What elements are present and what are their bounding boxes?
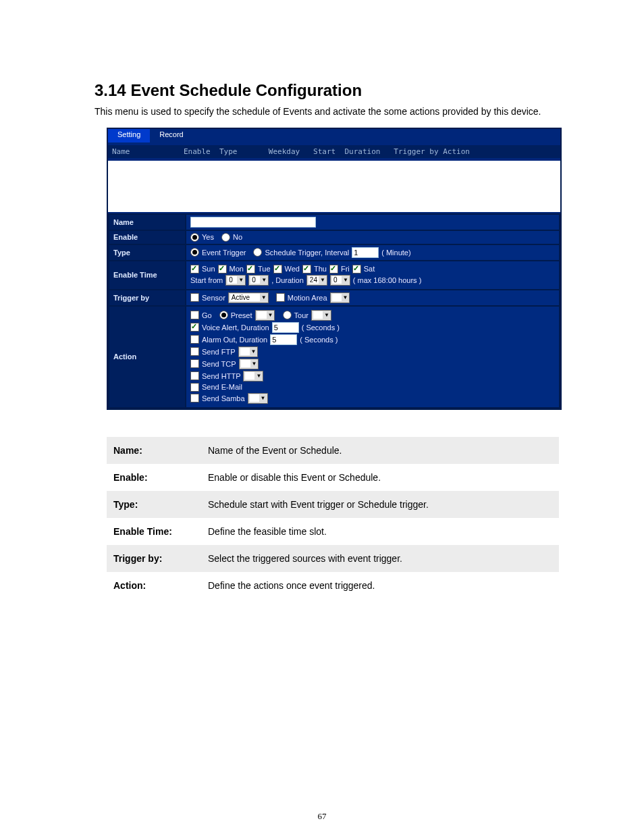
action-preset-radio[interactable] [219, 311, 228, 319]
definition-row: Trigger by:Select the triggered sources … [107, 545, 559, 572]
chevron-down-icon: ▼ [268, 312, 273, 318]
definition-key: Trigger by: [107, 545, 201, 572]
config-form: Name Enable Yes No [108, 213, 560, 409]
dur-min-select[interactable]: 0▼ [330, 275, 350, 286]
col-enable: Enable [184, 147, 211, 156]
duration-hint: ( max 168:00 hours ) [353, 276, 422, 284]
action-tcp-checkbox[interactable] [190, 359, 199, 368]
day-tue-label: Tue [258, 265, 271, 273]
definition-key: Enable Time: [107, 518, 201, 545]
type-schedule-radio[interactable] [253, 248, 262, 257]
trigger-sensor-select[interactable]: Active▼ [228, 292, 269, 303]
chevron-down-icon: ▼ [238, 277, 244, 283]
action-tour-label: Tour [294, 311, 308, 319]
action-http-select[interactable]: ▼ [243, 371, 263, 382]
action-email-label: Send E-Mail [202, 383, 242, 391]
trigger-motion-select[interactable]: ▼ [330, 292, 350, 303]
col-duration: Duration [344, 147, 380, 156]
day-tue-checkbox[interactable] [246, 265, 255, 273]
config-panel: Setting Record Name Enable Type Weekday … [107, 128, 562, 410]
chevron-down-icon: ▼ [324, 312, 329, 318]
action-tour-select[interactable]: ▼ [311, 310, 331, 321]
action-email-checkbox[interactable] [190, 383, 199, 392]
page-number: 67 [0, 811, 644, 822]
label-enable: Enable [109, 230, 186, 244]
section-heading: 3.14 Event Schedule Configuration [95, 81, 549, 100]
label-action: Action [109, 306, 186, 408]
definition-key: Action: [107, 572, 201, 599]
chevron-down-icon: ▼ [261, 395, 266, 401]
day-thu-checkbox[interactable] [302, 265, 311, 273]
label-triggerby: Trigger by [109, 290, 186, 306]
action-samba-select[interactable]: ▼ [248, 393, 268, 404]
day-fri-label: Fri [341, 265, 350, 273]
type-interval-input[interactable] [352, 247, 379, 258]
action-preset-select[interactable]: ▼ [255, 310, 275, 321]
action-alarm-checkbox[interactable] [190, 335, 199, 344]
col-weekday: Weekday [269, 147, 300, 156]
col-type: Type [219, 147, 238, 156]
chevron-down-icon: ▼ [261, 294, 267, 301]
label-enabletime: Enable Time [109, 261, 186, 290]
day-mon-checkbox[interactable] [218, 265, 227, 273]
definition-row: Enable:Enable or disable this Event or S… [107, 464, 559, 491]
definition-value: Define the feasible time slot. [201, 518, 559, 545]
action-tcp-select[interactable]: ▼ [239, 359, 259, 369]
definition-key: Type: [107, 491, 201, 518]
action-http-checkbox[interactable] [190, 371, 199, 380]
start-hour-select[interactable]: 0▼ [225, 275, 246, 286]
start-min-select[interactable]: 0▼ [248, 275, 269, 286]
tab-setting[interactable]: Setting [108, 129, 150, 142]
definition-row: Enable Time:Define the feasible time slo… [107, 518, 559, 545]
day-sun-checkbox[interactable] [190, 265, 199, 273]
action-alarm-input[interactable] [270, 334, 297, 345]
definition-value: Name of the Event or Schedule. [201, 437, 559, 464]
type-interval-unit: ( Minute) [381, 249, 410, 257]
duration-label: , Duration [271, 276, 304, 284]
chevron-down-icon: ▼ [251, 348, 257, 355]
day-mon-label: Mon [230, 265, 244, 273]
action-voice-unit: ( Seconds ) [302, 323, 340, 332]
type-event-radio[interactable] [190, 248, 199, 257]
action-samba-label: Send Samba [202, 394, 245, 402]
chevron-down-icon: ▼ [261, 277, 267, 283]
chevron-down-icon: ▼ [320, 277, 325, 283]
action-tcp-label: Send TCP [202, 360, 236, 368]
dur-hour-select[interactable]: 24▼ [306, 275, 327, 286]
definition-row: Name:Name of the Event or Schedule. [107, 437, 559, 464]
definition-row: Action:Define the actions once event tri… [107, 572, 559, 599]
action-go-checkbox[interactable] [190, 311, 199, 319]
trigger-motion-label: Motion Area [288, 294, 327, 302]
day-thu-label: Thu [314, 265, 327, 273]
enable-no-radio[interactable] [221, 233, 230, 242]
action-voice-input[interactable] [272, 322, 299, 333]
day-sun-label: Sun [202, 265, 215, 273]
definition-table: Name:Name of the Event or Schedule.Enabl… [107, 437, 559, 599]
definition-row: Type:Schedule start with Event trigger o… [107, 491, 559, 518]
type-schedule-label: Schedule Trigger, Interval [265, 249, 349, 257]
enable-no-label: No [233, 233, 242, 241]
trigger-sensor-checkbox[interactable] [190, 293, 199, 302]
name-input[interactable] [190, 217, 316, 228]
chevron-down-icon: ▼ [343, 277, 348, 283]
day-wed-checkbox[interactable] [273, 265, 282, 273]
trigger-motion-checkbox[interactable] [276, 293, 285, 302]
chevron-down-icon: ▼ [256, 373, 261, 379]
action-http-label: Send HTTP [202, 372, 240, 380]
schedule-list[interactable] [108, 159, 560, 213]
definition-value: Enable or disable this Event or Schedule… [201, 464, 559, 491]
action-ftp-select[interactable]: ▼ [238, 346, 259, 357]
definition-value: Schedule start with Event trigger or Sch… [201, 491, 559, 518]
action-preset-label: Preset [231, 311, 252, 319]
tab-record[interactable]: Record [150, 129, 192, 142]
action-samba-checkbox[interactable] [190, 394, 199, 402]
action-tour-radio[interactable] [283, 311, 292, 319]
action-voice-checkbox[interactable] [190, 323, 199, 332]
action-ftp-checkbox[interactable] [190, 347, 199, 356]
chevron-down-icon: ▼ [252, 361, 257, 367]
day-fri-checkbox[interactable] [329, 265, 338, 273]
day-sat-label: Sat [364, 265, 375, 273]
day-sat-checkbox[interactable] [352, 265, 361, 273]
trigger-sensor-label: Sensor [202, 294, 225, 302]
enable-yes-radio[interactable] [190, 233, 199, 242]
